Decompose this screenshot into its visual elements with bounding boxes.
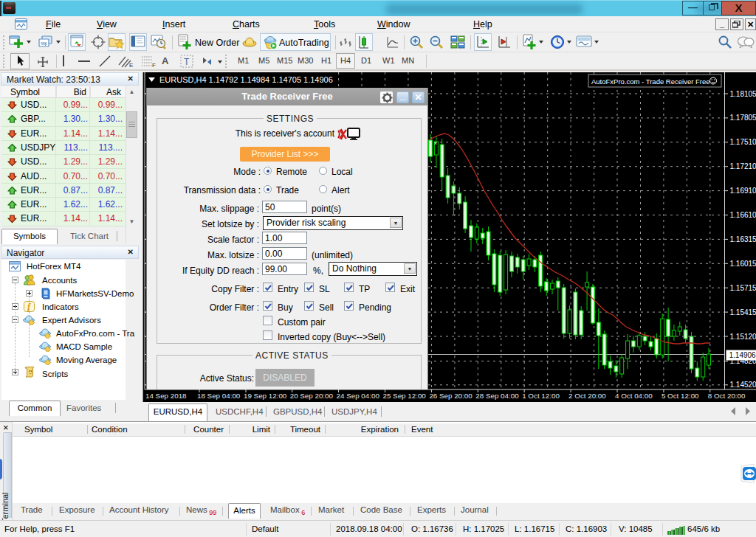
svg-text:1.18105: 1.18105: [730, 90, 756, 98]
svg-text:1.14906: 1.14906: [729, 351, 756, 359]
svg-text:AutoFxPro.com - Trade Receiver: AutoFxPro.com - Trade Receiver Free: [591, 77, 710, 86]
svg-text:26 Sep 20:00: 26 Sep 20:00: [429, 392, 472, 400]
svg-text:2 Oct 20:00: 2 Oct 20:00: [568, 392, 606, 400]
svg-text:4 Oct 04:00: 4 Oct 04:00: [615, 392, 653, 400]
svg-text:24 Sep 04:00: 24 Sep 04:00: [337, 392, 380, 400]
svg-text:1.14520: 1.14520: [730, 381, 756, 389]
svg-text:1.17210: 1.17210: [730, 162, 756, 170]
svg-text:19 Sep 12:00: 19 Sep 12:00: [244, 392, 287, 400]
svg-text:18 Sep 04:00: 18 Sep 04:00: [197, 392, 241, 400]
svg-text:25 Sep 12:00: 25 Sep 12:00: [383, 392, 427, 400]
svg-text:14 Sep 2018: 14 Sep 2018: [145, 392, 187, 400]
svg-text:*: *: [434, 141, 437, 149]
svg-text:E: E: [129, 62, 133, 68]
svg-text:1.16315: 1.16315: [730, 235, 756, 243]
svg-text:1.16910: 1.16910: [730, 187, 756, 195]
svg-text:1.15120: 1.15120: [730, 333, 756, 341]
svg-text:5 Oct 12:00: 5 Oct 12:00: [662, 392, 699, 400]
svg-text:T: T: [184, 57, 190, 67]
svg-text:1.17510: 1.17510: [730, 138, 756, 146]
svg-text:8 Oct 20:00: 8 Oct 20:00: [708, 392, 746, 400]
svg-text:1 Oct 12:00: 1 Oct 12:00: [522, 392, 560, 400]
svg-text:F: F: [152, 62, 156, 68]
svg-text:1.16610: 1.16610: [730, 211, 756, 219]
svg-text:28 Sep 04:00: 28 Sep 04:00: [475, 392, 519, 400]
svg-text:1.15715: 1.15715: [730, 284, 756, 292]
svg-text:EURUSD,H4 1.14792 1.14984 1.1: EURUSD,H4 1.14792 1.14984 1.14705 1.1490…: [159, 75, 333, 84]
svg-text:1.17805: 1.17805: [730, 114, 756, 122]
svg-text:1.16015: 1.16015: [730, 260, 756, 268]
svg-text:20 Sep 20:00: 20 Sep 20:00: [290, 392, 334, 400]
svg-text:1.15415: 1.15415: [730, 308, 756, 316]
